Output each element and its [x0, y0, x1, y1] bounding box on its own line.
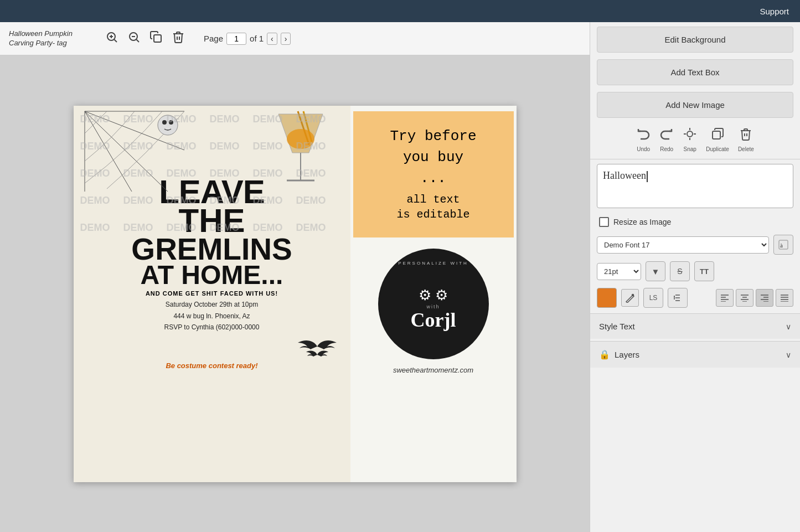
subtext: AND COME GET SHIT FACED WITH US! [146, 290, 278, 297]
redo-label: Redo [660, 146, 673, 152]
color-swatch[interactable] [597, 288, 617, 308]
add-new-image-button[interactable]: Add New Image [597, 92, 793, 118]
size-style-row: 21pt 18pt 24pt ▼ S TT [590, 258, 800, 285]
right-card[interactable]: Try before you buy ... all text is edita… [350, 106, 517, 482]
svg-text:à: à [780, 242, 783, 249]
font-size-select[interactable]: 21pt 18pt 24pt [597, 263, 641, 280]
svg-point-13 [158, 115, 178, 135]
cocktail-icon [267, 109, 334, 194]
strikethrough-button[interactable]: S [670, 261, 690, 281]
text-input-area[interactable]: Halloween [597, 164, 793, 208]
style-text-chevron-icon: ∨ [786, 322, 791, 331]
canvas-content: DEMODEMODEMODEMODEMO DEMODEMODEMODEMODEM… [0, 55, 590, 532]
undo-label: Undo [637, 146, 650, 152]
page-input[interactable] [226, 33, 246, 45]
line-spacing-button[interactable]: LS [643, 288, 663, 308]
redo-icon [659, 127, 674, 144]
canvas-toolbar: Halloween PumpkinCarving Party- tag [0, 22, 590, 55]
canvas-wrapper: DEMODEMODEMODEMODEMO DEMODEMODEMODEMODEM… [74, 106, 517, 482]
copy-button[interactable] [147, 29, 165, 48]
lock-icon: 🔒 [599, 349, 610, 360]
style-text-section[interactable]: Style Text ∨ [590, 313, 800, 339]
align-right-button[interactable] [756, 289, 773, 307]
page-of: of 1 [250, 34, 264, 43]
align-center-button[interactable] [736, 289, 753, 307]
text-cursor [647, 171, 648, 182]
svg-line-11 [85, 111, 132, 192]
sidebar-tools: Undo Redo [590, 120, 800, 159]
svg-line-3 [115, 39, 117, 42]
duplicate-label: Duplicate [706, 146, 729, 152]
resize-label: Resize as Image [613, 218, 671, 226]
delete-canvas-button[interactable] [169, 29, 187, 48]
svg-rect-7 [154, 35, 161, 42]
svg-point-22 [687, 131, 693, 137]
gremlins-text: GREMLINS [79, 236, 345, 264]
spiderweb-area [74, 106, 350, 194]
main-layout: Halloween PumpkinCarving Party- tag [0, 22, 800, 532]
svg-point-30 [632, 295, 634, 296]
top-bar: Support [0, 0, 800, 22]
resize-row: Resize as Image [590, 213, 800, 231]
left-card-content: LEAVE THE GREMLINS AT HOME... AND COME G… [74, 106, 350, 482]
preview-line2: you buy [362, 149, 505, 166]
preview-line4: all text [362, 193, 505, 206]
duplicate-tool[interactable]: Duplicate [706, 127, 729, 152]
align-buttons [716, 289, 793, 307]
snap-tool[interactable]: Snap [683, 127, 697, 152]
svg-point-15 [169, 120, 173, 125]
bold-tt-button[interactable]: TT [694, 261, 714, 281]
page-next-button[interactable]: › [281, 33, 291, 45]
color-dropper-button[interactable] [621, 289, 639, 307]
layers-chevron-icon: ∨ [786, 350, 791, 359]
page-nav: Page of 1 ‹ › [204, 33, 291, 45]
font-special-button[interactable]: à [773, 235, 793, 255]
zoom-out-button[interactable] [125, 29, 143, 48]
undo-tool[interactable]: Undo [636, 127, 651, 152]
line-height-button[interactable] [668, 288, 688, 308]
website-text: sweetheartmomentz.com [393, 366, 473, 374]
layers-left: 🔒 Layers [599, 349, 639, 360]
right-sidebar: Edit Background Add Text Box Add New Ima… [590, 22, 800, 532]
support-link[interactable]: Support [760, 7, 789, 16]
bats-area [74, 333, 350, 360]
style-text-label: Style Text [599, 322, 635, 331]
size-stepper: ▼ [646, 261, 665, 281]
color-align-row: LS [590, 285, 800, 311]
canvas-area: Halloween PumpkinCarving Party- tag [0, 22, 590, 532]
font-row: Demo Font 17 à [590, 231, 800, 258]
bat-icon [295, 333, 339, 360]
preview-line3: ... [362, 170, 505, 187]
font-select[interactable]: Demo Font 17 [597, 236, 769, 254]
left-card[interactable]: DEMODEMODEMODEMODEMO DEMODEMODEMODEMODEM… [74, 106, 350, 482]
svg-line-6 [137, 39, 140, 42]
zoom-in-button[interactable] [103, 29, 121, 48]
badge-corjl-name: Corjl [411, 309, 456, 332]
page-prev-button[interactable]: ‹ [267, 33, 277, 45]
at-home-text: AT HOME... [79, 263, 345, 287]
snap-icon [683, 127, 697, 144]
add-text-box-button[interactable]: Add Text Box [597, 59, 793, 85]
preview-line5: is editable [362, 208, 505, 221]
duplicate-icon [710, 127, 725, 144]
undo-icon [636, 127, 651, 144]
edit-background-button[interactable]: Edit Background [597, 27, 793, 53]
delete-tool[interactable]: Delete [738, 127, 754, 152]
costume-text: Be costume contest ready! [166, 361, 257, 370]
the-text: THE [79, 206, 345, 236]
badge-gears-icon: ⚙ ⚙ [419, 287, 448, 304]
badge-top-text: PERSONALIZE WITH [398, 261, 468, 266]
size-down-button[interactable]: ▼ [646, 261, 665, 281]
redo-tool[interactable]: Redo [659, 127, 674, 152]
preview-box: Try before you buy ... all text is edita… [353, 111, 514, 237]
align-left-button[interactable] [716, 289, 734, 307]
event-details: Saturday October 29th at 10pm 444 w bug … [164, 299, 260, 333]
spiderweb-icon [74, 106, 195, 194]
layers-section[interactable]: 🔒 Layers ∨ [590, 341, 800, 368]
preview-line1: Try before [362, 128, 505, 144]
doc-title: Halloween PumpkinCarving Party- tag [9, 29, 97, 48]
resize-as-image-checkbox[interactable] [599, 217, 609, 227]
align-justify-button[interactable] [776, 289, 793, 307]
svg-point-14 [162, 120, 167, 125]
corjl-badge: PERSONALIZE WITH ⚙ ⚙ with Corjl [378, 249, 489, 359]
